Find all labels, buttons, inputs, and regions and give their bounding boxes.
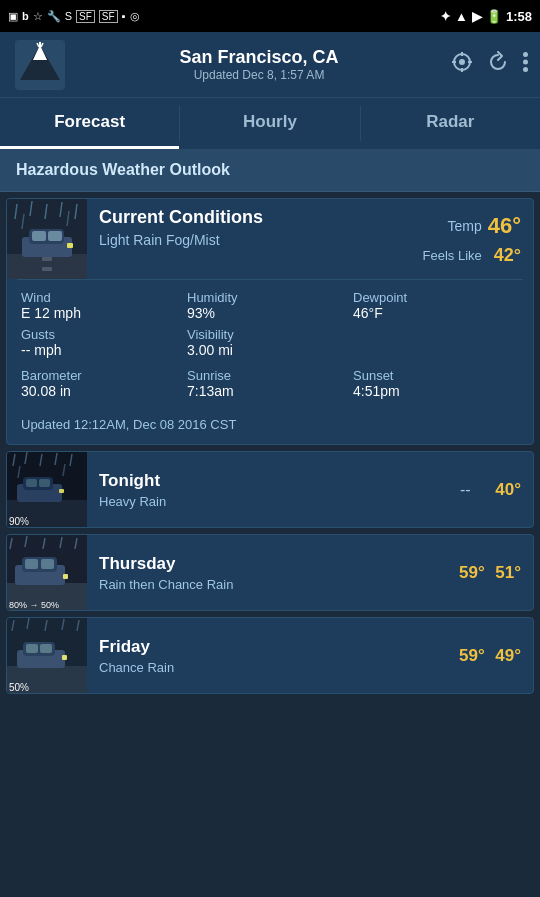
tonight-description: Heavy Rain [99,494,436,509]
friday-image: 50% [7,618,87,693]
friday-day: Friday [99,637,435,657]
svg-rect-23 [67,243,73,248]
visibility-value: 3.00 mi [187,342,353,358]
thursday-low: 51° [495,563,521,582]
sunrise-item: Sunrise 7:13am [187,368,353,399]
friday-high: 59° [459,646,485,665]
current-info-section: Current Conditions Light Rain Fog/Mist [87,199,411,279]
current-conditions-card: Current Conditions Light Rain Fog/Mist T… [6,198,534,445]
sunset-value: 4:51pm [353,383,519,399]
current-temperatures: Temp 46° Feels Like 42° [411,199,533,279]
svg-rect-18 [42,267,52,271]
app-header: San Francisco, CA Updated Dec 8, 1:57 AM [0,32,540,97]
thursday-description: Rain then Chance Rain [99,577,435,592]
svg-point-12 [523,52,528,57]
barometer-label: Barometer [21,368,187,383]
forecast-friday[interactable]: 50% Friday Chance Rain 59° 49° [6,617,534,694]
dewpoint-label: Dewpoint [353,290,519,305]
tonight-image: 90% [7,452,87,527]
tab-forecast[interactable]: Forecast [0,98,179,149]
sunrise-label: Sunrise [187,368,353,383]
thursday-high: 59° [459,563,485,582]
svg-text:90%: 90% [9,516,29,527]
humidity-label: Humidity [187,290,353,305]
wind-label: Wind [21,290,187,305]
svg-rect-50 [25,559,38,569]
tonight-separator [477,480,490,500]
wind-item: Wind E 12 mph [21,290,187,321]
status-right-info: ✦ ▲ ▶ 🔋 1:58 [440,9,532,24]
barometer-value: 30.08 in [21,383,187,399]
last-updated: Updated Dec 8, 1:57 AM [67,68,451,82]
header-actions [451,51,528,78]
humidity-value: 93% [187,305,353,321]
forecast-thursday[interactable]: 80% → 50% Thursday Rain then Chance Rain… [6,534,534,611]
conditions-updated: Updated 12:12AM, Dec 08 2016 CST [7,409,533,444]
svg-rect-51 [41,559,54,569]
sunset-label: Sunset [353,368,519,383]
svg-rect-36 [39,479,50,487]
svg-rect-64 [40,644,52,653]
thursday-text: Thursday Rain then Chance Rain [87,546,447,600]
wifi-icon: ▲ [455,9,468,24]
app-logo [12,37,67,92]
alert-text: Hazardous Weather Outlook [16,161,230,178]
forecast-tonight[interactable]: 90% Tonight Heavy Rain -- 40° [6,451,534,528]
current-conditions-image [7,199,87,279]
friday-temps: 59° 49° [447,638,533,674]
tonight-temps: -- 40° [448,472,533,508]
status-left-icons: ▣ b ☆ 🔧 S SF SF ▪ ◎ [8,10,140,23]
svg-rect-52 [63,574,68,579]
main-content: Hazardous Weather Outlook [0,149,540,850]
tonight-dash: -- [460,481,471,499]
svg-point-14 [523,67,528,72]
thursday-image: 80% → 50% [7,535,87,610]
city-name: San Francisco, CA [67,47,451,68]
svg-rect-65 [62,655,67,660]
friday-low: 49° [495,646,521,665]
svg-text:50%: 50% [9,682,29,693]
feels-like-value: 42° [494,245,521,266]
svg-point-7 [459,59,465,65]
svg-text:80%  →  50%: 80% → 50% [9,600,59,610]
sunrise-value: 7:13am [187,383,353,399]
refresh-button[interactable] [487,51,509,78]
wind-value: E 12 mph [21,305,187,321]
more-details: Barometer 30.08 in Sunrise 7:13am Sunset… [7,368,533,409]
battery-icon: 🔋 [486,9,502,24]
thursday-temps: 59° 51° [447,555,533,591]
header-location: San Francisco, CA Updated Dec 8, 1:57 AM [67,47,451,82]
status-bar: ▣ b ☆ 🔧 S SF SF ▪ ◎ ✦ ▲ ▶ 🔋 1:58 [0,0,540,32]
visibility-item: Visibility 3.00 mi [187,327,353,358]
weather-details: Wind E 12 mph Humidity 93% Dewpoint 46°F… [7,280,533,368]
friday-text: Friday Chance Rain [87,629,447,683]
location-button[interactable] [451,51,473,78]
alert-banner[interactable]: Hazardous Weather Outlook [0,149,540,192]
feels-like-label: Feels Like [423,248,482,263]
gusts-item: Gusts -- mph [21,327,187,358]
bluetooth-icon: ✦ [440,9,451,24]
tonight-day: Tonight [99,471,436,491]
svg-rect-35 [26,479,37,487]
dewpoint-item: Dewpoint 46°F [353,290,519,321]
svg-rect-22 [48,231,62,241]
signal-icon: ▶ [472,9,482,24]
gusts-label: Gusts [21,327,187,342]
friday-description: Chance Rain [99,660,435,675]
svg-point-13 [523,60,528,65]
temp-value: 46° [488,213,521,239]
temp-label: Temp [447,218,481,234]
gusts-value: -- mph [21,342,187,358]
visibility-label: Visibility [187,327,353,342]
current-title: Current Conditions [99,207,399,228]
tab-hourly[interactable]: Hourly [180,98,359,149]
tab-radar[interactable]: Radar [361,98,540,149]
barometer-item: Barometer 30.08 in [21,368,187,399]
more-options-button[interactable] [523,52,528,77]
svg-rect-37 [59,489,64,493]
sunset-item: Sunset 4:51pm [353,368,519,399]
dewpoint-value: 46°F [353,305,519,321]
svg-rect-63 [26,644,38,653]
tab-bar: Forecast Hourly Radar [0,97,540,149]
thursday-day: Thursday [99,554,435,574]
